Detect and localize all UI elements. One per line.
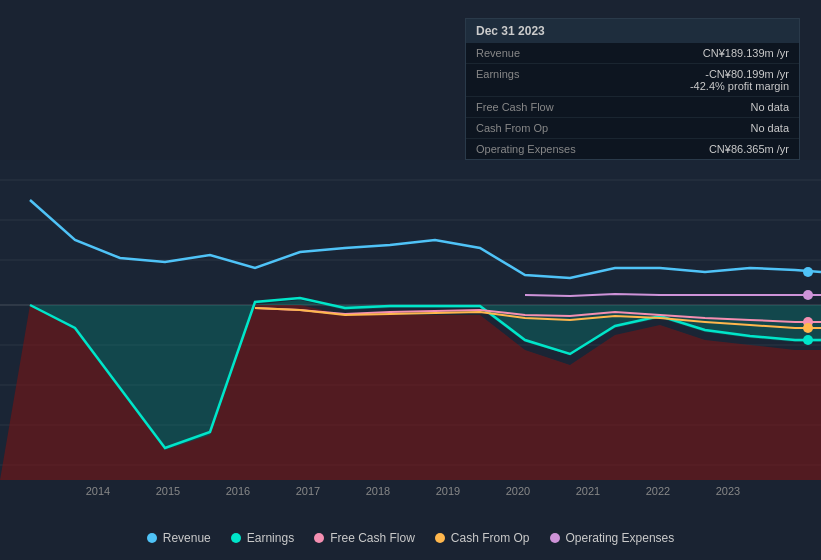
svg-text:2015: 2015 <box>156 485 180 497</box>
svg-point-10 <box>803 267 813 277</box>
svg-text:2021: 2021 <box>576 485 600 497</box>
legend-label-opex: Operating Expenses <box>566 531 675 545</box>
tooltip-value-earnings: -CN¥80.199m /yr <box>690 68 789 80</box>
svg-text:2016: 2016 <box>226 485 250 497</box>
tooltip-label-fcf: Free Cash Flow <box>476 101 576 113</box>
tooltip-value-revenue: CN¥189.139m /yr <box>703 47 789 59</box>
legend-item-revenue: Revenue <box>147 531 211 545</box>
svg-text:2014: 2014 <box>86 485 110 497</box>
tooltip-value-opex: CN¥86.365m /yr <box>709 143 789 155</box>
svg-text:2019: 2019 <box>436 485 460 497</box>
tooltip-row-earnings: Earnings -CN¥80.199m /yr -42.4% profit m… <box>466 64 799 97</box>
tooltip-label-cashfromop: Cash From Op <box>476 122 576 134</box>
legend-item-earnings: Earnings <box>231 531 294 545</box>
svg-point-14 <box>803 335 813 345</box>
tooltip-label-opex: Operating Expenses <box>476 143 576 155</box>
legend-dot-cashfromop <box>435 533 445 543</box>
tooltip-row-cashfromop: Cash From Op No data <box>466 118 799 139</box>
svg-text:2018: 2018 <box>366 485 390 497</box>
tooltip-value-cashfromop: No data <box>750 122 789 134</box>
legend-dot-earnings <box>231 533 241 543</box>
legend-item-opex: Operating Expenses <box>550 531 675 545</box>
tooltip-row-fcf: Free Cash Flow No data <box>466 97 799 118</box>
legend-dot-opex <box>550 533 560 543</box>
tooltip-row-opex: Operating Expenses CN¥86.365m /yr <box>466 139 799 159</box>
tooltip-box: Dec 31 2023 Revenue CN¥189.139m /yr Earn… <box>465 18 800 160</box>
legend-label-cashfromop: Cash From Op <box>451 531 530 545</box>
svg-point-13 <box>803 323 813 333</box>
legend-item-cashfromop: Cash From Op <box>435 531 530 545</box>
tooltip-label-earnings: Earnings <box>476 68 576 80</box>
tooltip-earnings-group: -CN¥80.199m /yr -42.4% profit margin <box>690 68 789 92</box>
legend-label-revenue: Revenue <box>163 531 211 545</box>
tooltip-title: Dec 31 2023 <box>466 19 799 43</box>
legend-item-fcf: Free Cash Flow <box>314 531 415 545</box>
legend-dot-fcf <box>314 533 324 543</box>
svg-text:2022: 2022 <box>646 485 670 497</box>
svg-text:2020: 2020 <box>506 485 530 497</box>
svg-text:2017: 2017 <box>296 485 320 497</box>
legend-label-fcf: Free Cash Flow <box>330 531 415 545</box>
tooltip-row-revenue: Revenue CN¥189.139m /yr <box>466 43 799 64</box>
chart-legend: Revenue Earnings Free Cash Flow Cash Fro… <box>0 531 821 545</box>
svg-text:2023: 2023 <box>716 485 740 497</box>
chart-container: Dec 31 2023 Revenue CN¥189.139m /yr Earn… <box>0 0 821 560</box>
legend-dot-revenue <box>147 533 157 543</box>
tooltip-value-fcf: No data <box>750 101 789 113</box>
svg-point-11 <box>803 290 813 300</box>
legend-label-earnings: Earnings <box>247 531 294 545</box>
tooltip-label-revenue: Revenue <box>476 47 576 59</box>
tooltip-value-margin: -42.4% profit margin <box>690 80 789 92</box>
